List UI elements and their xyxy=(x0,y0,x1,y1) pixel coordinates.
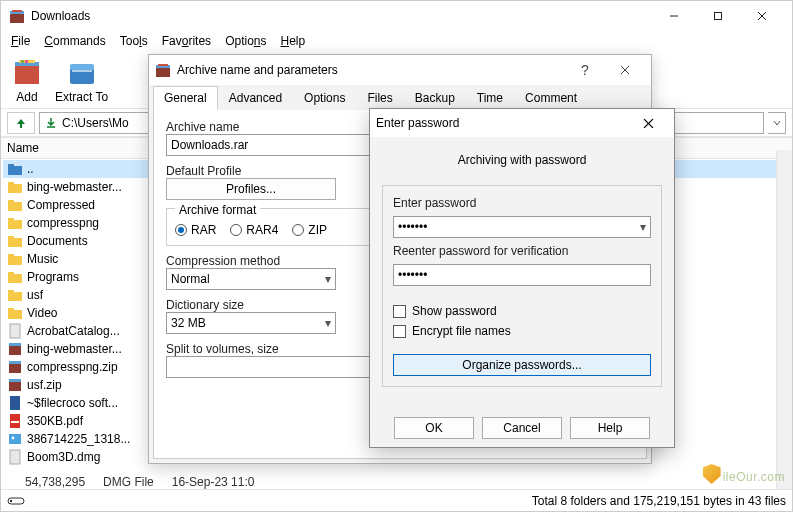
encrypt-names-checkbox[interactable]: Encrypt file names xyxy=(393,324,651,338)
file-icon xyxy=(7,251,23,267)
profiles-button[interactable]: Profiles... xyxy=(166,178,336,200)
svg-rect-36 xyxy=(9,343,21,346)
help-button[interactable]: Help xyxy=(570,417,650,439)
file-icon xyxy=(7,269,23,285)
add-label: Add xyxy=(16,90,37,104)
file-name: 350KB.pdf xyxy=(27,414,83,428)
svg-rect-28 xyxy=(8,274,22,283)
column-name[interactable]: Name xyxy=(7,141,39,155)
disk-icon xyxy=(7,495,25,507)
svg-point-45 xyxy=(12,437,15,440)
svg-rect-0 xyxy=(10,14,24,23)
compression-combo[interactable]: Normal▾ xyxy=(166,268,336,290)
file-name: Programs xyxy=(27,270,79,284)
path-dropdown[interactable] xyxy=(768,112,786,134)
menu-tools[interactable]: Tools xyxy=(114,32,154,50)
tab-files[interactable]: Files xyxy=(356,86,403,110)
svg-rect-17 xyxy=(8,164,14,167)
split-size-combo[interactable]: ▾ xyxy=(166,356,398,378)
enter-password-dialog: Enter password Archiving with password E… xyxy=(369,108,675,448)
file-icon xyxy=(7,197,23,213)
menu-help[interactable]: Help xyxy=(275,32,312,50)
dialog1-help-button[interactable]: ? xyxy=(565,56,605,84)
svg-rect-19 xyxy=(8,182,14,185)
svg-rect-41 xyxy=(10,396,20,410)
svg-rect-21 xyxy=(8,200,14,203)
tab-comment[interactable]: Comment xyxy=(514,86,588,110)
dialog1-close-button[interactable] xyxy=(605,56,645,84)
radio-rar[interactable]: RAR xyxy=(175,223,216,237)
file-name: .. xyxy=(27,162,34,176)
file-icon xyxy=(7,341,23,357)
svg-rect-27 xyxy=(8,254,14,257)
tab-backup[interactable]: Backup xyxy=(404,86,466,110)
svg-rect-32 xyxy=(8,310,22,319)
file-icon xyxy=(7,179,23,195)
file-name: ~$filecroco soft... xyxy=(27,396,118,410)
svg-rect-20 xyxy=(8,202,22,211)
minimize-button[interactable] xyxy=(652,1,696,31)
file-name: Video xyxy=(27,306,57,320)
add-button[interactable]: Add xyxy=(7,54,47,106)
radio-zip[interactable]: ZIP xyxy=(292,223,327,237)
dialog1-title: Archive name and parameters xyxy=(177,63,565,77)
dictionary-combo[interactable]: 32 MB▾ xyxy=(166,312,336,334)
file-icon xyxy=(7,215,23,231)
dialog2-titlebar: Enter password xyxy=(370,109,674,137)
menu-options[interactable]: Options xyxy=(219,32,272,50)
svg-rect-40 xyxy=(9,379,21,382)
show-password-checkbox[interactable]: Show password xyxy=(393,304,651,318)
enter-password-label: Enter password xyxy=(393,196,651,210)
dialog2-title: Enter password xyxy=(376,116,628,130)
svg-rect-46 xyxy=(10,450,20,464)
svg-rect-13 xyxy=(70,64,94,70)
tab-advanced[interactable]: Advanced xyxy=(218,86,293,110)
reenter-password-input[interactable]: ••••••• xyxy=(393,264,651,286)
app-icon xyxy=(9,8,25,24)
ok-button[interactable]: OK xyxy=(394,417,474,439)
scrollbar[interactable] xyxy=(776,150,792,489)
file-meta-row: 54,738,295 DMG File 16-Sep-23 11:0 xyxy=(1,475,792,489)
menu-commands[interactable]: Commands xyxy=(38,32,111,50)
file-name: usf xyxy=(27,288,43,302)
dialog1-titlebar: Archive name and parameters ? xyxy=(149,55,651,85)
statusbar: Total 8 folders and 175,219,151 bytes in… xyxy=(1,489,792,511)
organize-passwords-button[interactable]: Organize passwords... xyxy=(393,354,651,376)
svg-rect-44 xyxy=(9,434,21,444)
add-icon xyxy=(11,56,43,88)
file-name: 386714225_1318... xyxy=(27,432,130,446)
svg-rect-10 xyxy=(21,60,24,63)
file-icon xyxy=(7,395,23,411)
up-button[interactable] xyxy=(7,112,35,134)
file-icon xyxy=(7,323,23,339)
file-icon xyxy=(7,431,23,447)
svg-point-48 xyxy=(10,499,12,501)
tab-time[interactable]: Time xyxy=(466,86,514,110)
tab-options[interactable]: Options xyxy=(293,86,356,110)
file-name: compresspng xyxy=(27,216,99,230)
maximize-button[interactable] xyxy=(696,1,740,31)
extract-to-button[interactable]: Extract To xyxy=(51,54,112,106)
extract-label: Extract To xyxy=(55,90,108,104)
menu-file[interactable]: File xyxy=(5,32,36,50)
radio-rar4[interactable]: RAR4 xyxy=(230,223,278,237)
svg-rect-14 xyxy=(72,70,92,72)
password-input[interactable]: •••••••▾ xyxy=(393,216,651,238)
close-button[interactable] xyxy=(740,1,784,31)
svg-rect-29 xyxy=(8,272,14,275)
cancel-button[interactable]: Cancel xyxy=(482,417,562,439)
extract-icon xyxy=(66,56,98,88)
file-icon xyxy=(7,233,23,249)
svg-rect-30 xyxy=(8,292,22,301)
tab-general[interactable]: General xyxy=(153,86,218,110)
tabs: GeneralAdvancedOptionsFilesBackupTimeCom… xyxy=(149,85,651,109)
file-name: AcrobatCatalog... xyxy=(27,324,120,338)
dialog2-heading: Archiving with password xyxy=(382,147,662,177)
svg-rect-16 xyxy=(8,166,22,175)
file-icon xyxy=(7,359,23,375)
file-name: Documents xyxy=(27,234,88,248)
dialog2-close-button[interactable] xyxy=(628,109,668,137)
menu-favorites[interactable]: Favorites xyxy=(156,32,217,50)
window-title: Downloads xyxy=(31,9,652,23)
file-name: usf.zip xyxy=(27,378,62,392)
